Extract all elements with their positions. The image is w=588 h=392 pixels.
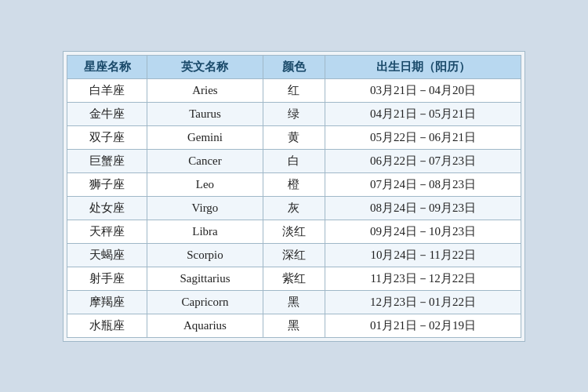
cell-color: 灰 bbox=[263, 196, 325, 220]
cell-color: 黄 bbox=[263, 125, 325, 149]
cell-zh-name: 水瓶座 bbox=[67, 314, 147, 337]
cell-date: 06月22日－07月23日 bbox=[325, 149, 521, 172]
cell-en-name: Aries bbox=[147, 78, 263, 102]
header-date: 出生日期（阳历） bbox=[325, 55, 521, 78]
zodiac-table: 星座名称 英文名称 颜色 出生日期（阳历） 白羊座Aries红03月21日－04… bbox=[67, 55, 521, 338]
cell-zh-name: 巨蟹座 bbox=[67, 149, 147, 172]
cell-zh-name: 金牛座 bbox=[67, 102, 147, 125]
cell-en-name: Aquarius bbox=[147, 314, 263, 337]
cell-date: 05月22日－06月21日 bbox=[325, 125, 521, 149]
cell-en-name: Virgo bbox=[147, 196, 263, 220]
table-row: 处女座Virgo灰08月24日－09月23日 bbox=[67, 196, 521, 220]
cell-en-name: Capricorn bbox=[147, 290, 263, 314]
zodiac-table-container: 星座名称 英文名称 颜色 出生日期（阳历） 白羊座Aries红03月21日－04… bbox=[63, 51, 525, 342]
cell-date: 08月24日－09月23日 bbox=[325, 196, 521, 220]
cell-zh-name: 天蝎座 bbox=[67, 243, 147, 267]
cell-color: 黑 bbox=[263, 290, 325, 314]
header-en-name: 英文名称 bbox=[147, 55, 263, 78]
cell-date: 04月21日－05月21日 bbox=[325, 102, 521, 125]
table-row: 金牛座Taurus绿04月21日－05月21日 bbox=[67, 102, 521, 125]
cell-zh-name: 天秤座 bbox=[67, 220, 147, 243]
cell-date: 11月23日－12月22日 bbox=[325, 267, 521, 290]
cell-zh-name: 射手座 bbox=[67, 267, 147, 290]
cell-en-name: Gemini bbox=[147, 125, 263, 149]
cell-en-name: Libra bbox=[147, 220, 263, 243]
header-zh-name: 星座名称 bbox=[67, 55, 147, 78]
table-row: 巨蟹座Cancer白06月22日－07月23日 bbox=[67, 149, 521, 172]
cell-color: 紫红 bbox=[263, 267, 325, 290]
header-color: 颜色 bbox=[263, 55, 325, 78]
cell-color: 绿 bbox=[263, 102, 325, 125]
cell-color: 淡红 bbox=[263, 220, 325, 243]
cell-en-name: Taurus bbox=[147, 102, 263, 125]
cell-date: 07月24日－08月23日 bbox=[325, 172, 521, 196]
table-header-row: 星座名称 英文名称 颜色 出生日期（阳历） bbox=[67, 55, 521, 78]
cell-color: 黑 bbox=[263, 314, 325, 337]
table-row: 天蝎座Scorpio深红10月24日－11月22日 bbox=[67, 243, 521, 267]
cell-zh-name: 摩羯座 bbox=[67, 290, 147, 314]
table-row: 狮子座Leo橙07月24日－08月23日 bbox=[67, 172, 521, 196]
table-row: 双子座Gemini黄05月22日－06月21日 bbox=[67, 125, 521, 149]
cell-date: 03月21日－04月20日 bbox=[325, 78, 521, 102]
cell-date: 09月24日－10月23日 bbox=[325, 220, 521, 243]
cell-date: 12月23日－01月22日 bbox=[325, 290, 521, 314]
cell-color: 橙 bbox=[263, 172, 325, 196]
table-row: 水瓶座Aquarius黑01月21日－02月19日 bbox=[67, 314, 521, 337]
cell-color: 白 bbox=[263, 149, 325, 172]
cell-date: 01月21日－02月19日 bbox=[325, 314, 521, 337]
cell-color: 深红 bbox=[263, 243, 325, 267]
cell-zh-name: 狮子座 bbox=[67, 172, 147, 196]
cell-color: 红 bbox=[263, 78, 325, 102]
cell-date: 10月24日－11月22日 bbox=[325, 243, 521, 267]
cell-zh-name: 处女座 bbox=[67, 196, 147, 220]
cell-zh-name: 双子座 bbox=[67, 125, 147, 149]
cell-en-name: Cancer bbox=[147, 149, 263, 172]
cell-en-name: Sagittarius bbox=[147, 267, 263, 290]
cell-en-name: Leo bbox=[147, 172, 263, 196]
table-row: 摩羯座Capricorn黑12月23日－01月22日 bbox=[67, 290, 521, 314]
cell-en-name: Scorpio bbox=[147, 243, 263, 267]
table-row: 天秤座Libra淡红09月24日－10月23日 bbox=[67, 220, 521, 243]
cell-zh-name: 白羊座 bbox=[67, 78, 147, 102]
table-row: 射手座Sagittarius紫红11月23日－12月22日 bbox=[67, 267, 521, 290]
table-row: 白羊座Aries红03月21日－04月20日 bbox=[67, 78, 521, 102]
